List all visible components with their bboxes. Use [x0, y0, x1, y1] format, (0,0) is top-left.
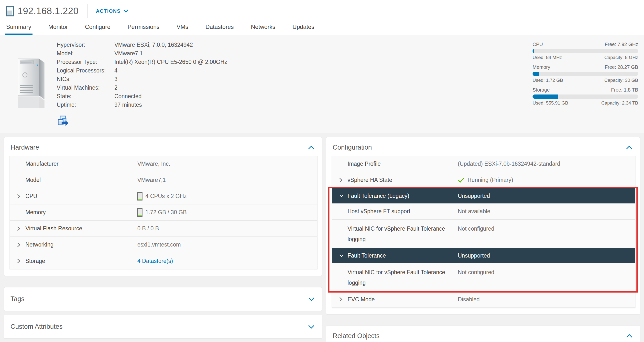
hardware-row-cpu[interactable]: CPU 4 CPUs x 2 GHz: [10, 188, 317, 204]
row-value: 1.72 GB / 30 GB: [146, 209, 187, 216]
info-label: Processor Type:: [57, 58, 114, 66]
info-label: Logical Processors:: [57, 66, 114, 75]
row-value: VMware, Inc.: [137, 160, 317, 167]
chevron-up-icon: [308, 146, 314, 149]
storage-used: Used: 555.91 GB: [532, 100, 568, 106]
storage-capacity: Capacity: 2.34 TB: [601, 100, 638, 106]
hardware-table: Manufacturer VMware, Inc. Model VMware7,…: [10, 156, 318, 269]
storage-free: Free: 1.8 TB: [611, 87, 638, 93]
tags-panel-title: Tags: [10, 295, 24, 303]
actions-menu-button[interactable]: ACTIONS: [96, 8, 128, 14]
hardware-panel: Hardware Manufacturer VMware, Inc. Model…: [4, 137, 322, 276]
storage-bar: [532, 94, 638, 99]
tab-vms[interactable]: VMs: [175, 20, 190, 35]
related-objects-panel: Related Objects: [326, 325, 640, 342]
header-divider: [88, 4, 88, 18]
info-label: Hypervisor:: [57, 41, 114, 49]
row-label: Model: [10, 175, 137, 185]
memory-capacity: Capacity: 30 GB: [604, 78, 638, 83]
config-row-vsphere-ha-state[interactable]: vSphere HA State Running (Primary): [332, 172, 635, 188]
tags-expand-button[interactable]: [307, 296, 316, 302]
row-value: Disabled: [458, 296, 635, 303]
related-objects-panel-title: Related Objects: [333, 332, 380, 340]
tab-updates[interactable]: Updates: [291, 20, 316, 35]
info-value: 4: [114, 66, 227, 75]
object-header: 192.168.1.220 ACTIONS: [0, 0, 644, 20]
datastores-link[interactable]: 4 Datastore(s): [137, 258, 173, 264]
configuration-table: Image Profile (Updated) ESXi-7.0b-163249…: [332, 156, 636, 308]
hardware-row-networking[interactable]: Networking esxi1.vmtest.com: [10, 237, 317, 253]
cpu-meter-label: CPU: [532, 42, 543, 47]
migrate-vms-button[interactable]: [57, 116, 69, 126]
chevron-right-icon[interactable]: [17, 242, 20, 247]
info-value: 3: [114, 75, 227, 83]
row-value: 4 CPUs x 2 GHz: [146, 193, 187, 200]
row-label: Fault Tolerance (Legacy): [332, 191, 458, 201]
row-value: 0 B / 0 B: [137, 225, 317, 232]
tab-bar: Summary Monitor Configure Permissions VM…: [0, 20, 644, 35]
chevron-right-icon[interactable]: [17, 226, 20, 231]
chevron-down-icon: [308, 297, 314, 301]
host-info-list: Hypervisor: VMware ESXi, 7.0.0, 16324942…: [57, 41, 227, 109]
memory-meter-label: Memory: [532, 64, 550, 70]
row-value: Unsupported: [458, 252, 635, 259]
custom-attributes-panel: Custom Attributes: [4, 315, 322, 338]
config-row-fault-tolerance[interactable]: Fault Tolerance Unsupported: [332, 248, 635, 263]
storage-bar-fill: [532, 94, 558, 99]
cpu-gauge-icon: [137, 192, 142, 201]
config-row-host-ft-support: Host vSphere FT support Not available: [332, 204, 635, 220]
row-label: Virtual NIC for vSphere Fault Tolerance …: [332, 267, 458, 288]
memory-free: Free: 28.27 GB: [605, 64, 638, 70]
config-row-fault-tolerance-legacy[interactable]: Fault Tolerance (Legacy) Unsupported: [332, 188, 635, 204]
info-value: VMware7,1: [114, 49, 227, 58]
chevron-right-icon[interactable]: [17, 194, 20, 199]
row-label: CPU: [10, 191, 137, 202]
host-icon: [6, 6, 14, 17]
hardware-row-manufacturer: Manufacturer VMware, Inc.: [10, 156, 317, 172]
hardware-row-memory: Memory 1.72 GB / 30 GB: [10, 204, 317, 221]
hardware-row-storage[interactable]: Storage 4 Datastore(s): [10, 253, 317, 269]
chevron-right-icon[interactable]: [339, 178, 342, 183]
configuration-panel: Configuration Image Profile (Updated) ES…: [326, 137, 640, 314]
info-value: 97 minutes: [114, 101, 227, 109]
cpu-free: Free: 7.92 GHz: [605, 42, 638, 47]
config-row-image-profile: Image Profile (Updated) ESXi-7.0b-163249…: [332, 156, 635, 172]
chevron-right-icon[interactable]: [17, 259, 20, 263]
hardware-panel-title: Hardware: [10, 144, 39, 151]
memory-gauge-icon: [137, 208, 142, 217]
tab-permissions[interactable]: Permissions: [126, 20, 161, 35]
row-value: Not configured: [458, 269, 635, 276]
hardware-row-virtual-flash[interactable]: Virtual Flash Resource 0 B / 0 B: [10, 221, 317, 237]
memory-used: Used: 1.72 GB: [532, 78, 563, 83]
row-label: Networking: [10, 239, 137, 250]
row-value: Running (Primary): [468, 177, 513, 183]
chevron-right-icon[interactable]: [339, 297, 342, 302]
tags-panel: Tags: [4, 287, 322, 311]
tab-networks[interactable]: Networks: [250, 20, 277, 35]
config-row-evc-mode[interactable]: EVC Mode Disabled: [332, 291, 635, 307]
custom-attributes-expand-button[interactable]: [307, 324, 316, 329]
hardware-row-model: Model VMware7,1: [10, 172, 317, 188]
tab-summary[interactable]: Summary: [5, 20, 32, 35]
related-objects-collapse-button[interactable]: [625, 333, 634, 339]
chevron-up-icon: [626, 146, 632, 149]
summary-header-strip: Hypervisor: VMware ESXi, 7.0.0, 16324942…: [0, 35, 644, 133]
row-value: Unsupported: [458, 193, 635, 199]
chevron-down-icon[interactable]: [339, 194, 344, 197]
chevron-down-icon[interactable]: [339, 254, 344, 257]
row-label: vSphere HA State: [332, 175, 458, 185]
info-label: State:: [57, 92, 114, 101]
cpu-bar: [532, 49, 638, 53]
memory-bar-fill: [532, 72, 539, 76]
tab-configure[interactable]: Configure: [84, 20, 112, 35]
info-label: Model:: [57, 49, 114, 58]
chevron-up-icon: [626, 334, 632, 338]
configuration-collapse-button[interactable]: [625, 145, 634, 150]
tab-monitor[interactable]: Monitor: [47, 20, 69, 35]
row-label: EVC Mode: [332, 294, 458, 305]
row-label: Virtual Flash Resource: [10, 223, 137, 234]
cpu-bar-fill: [532, 49, 534, 53]
tab-datastores[interactable]: Datastores: [204, 20, 235, 35]
row-value: VMware7,1: [137, 177, 317, 183]
hardware-collapse-button[interactable]: [307, 145, 316, 150]
